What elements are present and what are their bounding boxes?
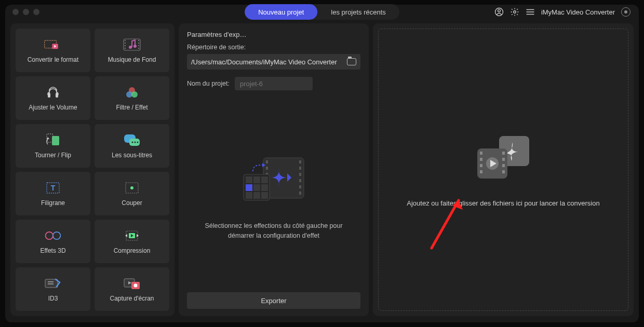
- export-settings-title: Paramètres d'exp…: [187, 31, 360, 38]
- tool-compression[interactable]: Compression: [95, 220, 169, 263]
- effect-placeholder-illustration: [237, 153, 310, 210]
- app-window: Nouveau projet les projets récents iMyMa…: [5, 5, 639, 322]
- tool-label: Filtre / Effet: [116, 104, 147, 111]
- tool-adjust-volume[interactable]: Ajuster le Volume: [16, 76, 90, 120]
- record-icon[interactable]: [621, 7, 630, 17]
- svg-rect-61: [299, 173, 301, 176]
- svg-rect-20: [48, 93, 50, 98]
- tool-subtitles[interactable]: Les sous-titres: [95, 124, 169, 168]
- svg-point-24: [131, 91, 138, 98]
- tool-effects-3d[interactable]: Effets 3D: [16, 220, 90, 263]
- svg-point-38: [53, 232, 60, 239]
- svg-rect-45: [45, 279, 58, 288]
- svg-rect-80: [480, 164, 482, 167]
- window-controls: [12, 9, 39, 15]
- svg-rect-82: [502, 152, 505, 155]
- tool-label: Tourner / Flip: [35, 152, 71, 159]
- tool-label: Couper: [122, 199, 142, 207]
- convert-format-icon: [44, 37, 62, 52]
- tool-label: Convertir le format: [28, 56, 79, 63]
- header-right: iMyMac Video Converter: [494, 7, 630, 17]
- svg-rect-11: [125, 43, 126, 44]
- svg-rect-78: [480, 152, 482, 155]
- tool-label: Les sous-titres: [112, 152, 152, 159]
- svg-rect-16: [138, 45, 139, 46]
- svg-marker-27: [47, 137, 49, 139]
- tool-convert-format[interactable]: Convertir le format: [16, 29, 90, 72]
- tool-label: Musique de Fond: [108, 56, 156, 63]
- tool-label: Effets 3D: [40, 247, 65, 254]
- svg-marker-43: [125, 234, 127, 237]
- tool-label: Capture d'écran: [110, 295, 154, 302]
- tool-background-music[interactable]: Musique de Fond: [95, 29, 169, 72]
- project-name-label: Nom du projet:: [187, 80, 230, 87]
- tool-label: Filigrane: [41, 199, 65, 207]
- svg-rect-66: [246, 176, 252, 183]
- svg-rect-17: [138, 48, 139, 49]
- svg-rect-13: [125, 48, 126, 49]
- project-name-input[interactable]: [235, 77, 313, 90]
- svg-rect-83: [502, 158, 505, 161]
- svg-rect-68: [261, 176, 268, 183]
- svg-rect-60: [299, 167, 301, 170]
- effect-config-hint: Sélectionnez les effections du côté gauc…: [187, 221, 360, 241]
- app-title: iMyMac Video Converter: [541, 8, 615, 16]
- id3-icon: [44, 276, 62, 291]
- tab-recent-projects[interactable]: les projets récents: [317, 4, 399, 20]
- minimize-window-button[interactable]: [23, 9, 29, 15]
- svg-point-32: [137, 142, 139, 143]
- settings-gear-icon[interactable]: [510, 7, 519, 17]
- tool-watermark[interactable]: T Filigrane: [16, 172, 90, 215]
- svg-rect-14: [138, 40, 139, 41]
- output-dir-input[interactable]: [191, 58, 347, 66]
- svg-line-88: [432, 200, 459, 248]
- svg-point-51: [134, 284, 138, 288]
- svg-rect-84: [502, 164, 505, 167]
- tool-filter-effect[interactable]: Filtre / Effet: [95, 76, 169, 120]
- close-window-button[interactable]: [12, 9, 19, 15]
- account-icon[interactable]: [494, 7, 504, 17]
- svg-rect-67: [253, 176, 260, 183]
- tool-screenshot[interactable]: Capture d'écran: [95, 267, 169, 311]
- header-tabs: Nouveau projet les projets récents: [245, 4, 399, 20]
- svg-rect-12: [125, 45, 126, 46]
- svg-rect-74: [261, 192, 268, 199]
- rotate-flip-icon: [44, 133, 62, 147]
- svg-marker-90: [454, 200, 463, 210]
- svg-rect-63: [299, 185, 301, 188]
- svg-point-1: [498, 9, 501, 12]
- cut-icon: [123, 181, 141, 195]
- menu-icon[interactable]: [526, 7, 535, 17]
- svg-text:T: T: [51, 184, 56, 192]
- background-music-icon: [123, 37, 141, 52]
- tool-grid-panel: Convertir le format Musique de Fond Ajus…: [10, 23, 175, 316]
- watermark-icon: T: [44, 181, 62, 195]
- maximize-window-button[interactable]: [33, 9, 39, 15]
- tab-new-project[interactable]: Nouveau projet: [245, 4, 317, 20]
- svg-rect-54: [266, 167, 268, 170]
- tool-cut[interactable]: Couper: [95, 172, 169, 215]
- svg-rect-21: [56, 93, 58, 98]
- output-dir-label: Répertoire de sortie:: [187, 44, 360, 51]
- svg-rect-79: [480, 158, 482, 161]
- svg-point-19: [133, 45, 137, 48]
- svg-rect-70: [253, 184, 260, 191]
- drop-panel: Ajoutez ou faites glisser des fichiers i…: [373, 23, 634, 316]
- tool-id3[interactable]: ID3: [16, 267, 90, 311]
- svg-rect-15: [138, 43, 139, 44]
- svg-rect-81: [480, 170, 482, 173]
- svg-rect-10: [125, 40, 126, 41]
- export-button[interactable]: Exporter: [187, 292, 360, 309]
- tool-rotate-flip[interactable]: Tourner / Flip: [16, 124, 90, 168]
- file-drop-zone[interactable]: Ajoutez ou faites glisser des fichiers i…: [378, 29, 628, 311]
- svg-point-36: [130, 186, 133, 189]
- filter-effect-icon: [123, 85, 141, 100]
- titlebar: Nouveau projet les projets récents iMyMa…: [5, 5, 639, 19]
- svg-point-2: [514, 11, 516, 13]
- svg-rect-64: [299, 192, 301, 195]
- tool-label: Compression: [114, 247, 151, 254]
- svg-rect-71: [261, 184, 268, 191]
- drop-zone-hint: Ajoutez ou faites glisser des fichiers i…: [391, 199, 615, 207]
- subtitles-icon: [123, 133, 141, 147]
- browse-folder-icon[interactable]: [347, 57, 356, 66]
